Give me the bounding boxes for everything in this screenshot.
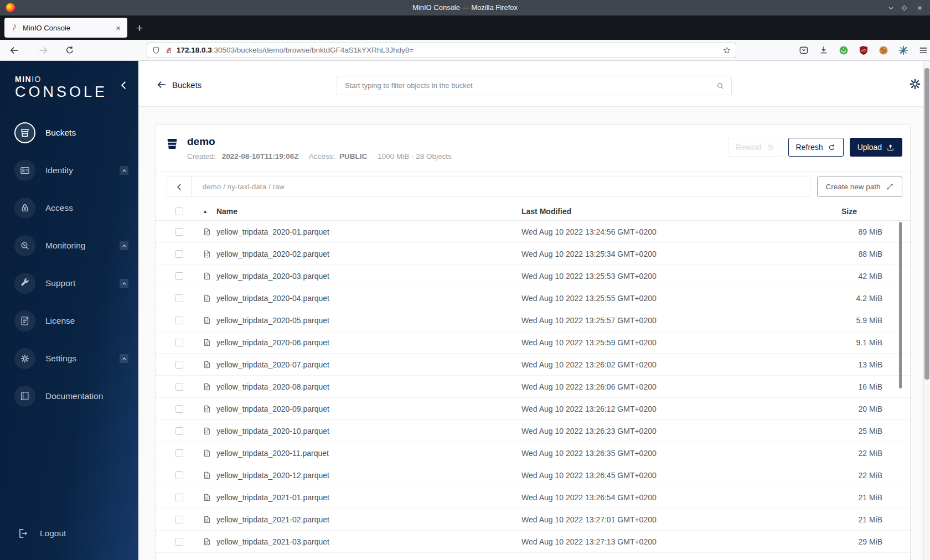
row-checkbox[interactable] xyxy=(175,494,183,501)
new-tab-button[interactable]: + xyxy=(136,22,143,34)
row-checkbox[interactable] xyxy=(175,383,183,391)
object-name: yellow_tripdata_2020-05.parquet xyxy=(216,316,329,325)
ublock-shield-icon[interactable]: uO xyxy=(857,44,870,57)
sidebar-item-buckets[interactable]: Buckets xyxy=(0,117,138,148)
table-row[interactable]: yellow_tripdata_2021-01.parquet Wed Aug … xyxy=(156,486,910,509)
object-rows: yellow_tripdata_2020-01.parquet Wed Aug … xyxy=(156,221,910,553)
asterisk-extension-icon[interactable] xyxy=(897,44,910,57)
table-row[interactable]: yellow_tripdata_2020-06.parquet Wed Aug … xyxy=(156,331,910,354)
page-scrollbar-track[interactable] xyxy=(923,61,930,560)
sidebar-item-access[interactable]: Access xyxy=(0,193,138,224)
select-all-cell xyxy=(167,208,191,215)
object-name-cell: yellow_tripdata_2020-11.parquet xyxy=(191,449,521,458)
buckets-icon xyxy=(14,122,35,143)
page-scrollbar-thumb[interactable] xyxy=(924,68,929,380)
chevron-up-icon[interactable] xyxy=(120,241,128,250)
parquet-file-icon xyxy=(203,515,211,524)
refresh-button[interactable]: Refresh xyxy=(788,138,844,157)
back-to-buckets-link[interactable]: Buckets xyxy=(156,79,202,90)
sidebar-item-label: License xyxy=(45,316,75,326)
row-checkbox[interactable] xyxy=(175,294,183,302)
table-row[interactable]: yellow_tripdata_2020-01.parquet Wed Aug … xyxy=(156,221,910,243)
row-checkbox[interactable] xyxy=(175,449,183,457)
pocket-icon[interactable] xyxy=(797,44,810,57)
extension-green-icon[interactable] xyxy=(837,44,850,57)
table-row[interactable]: yellow_tripdata_2020-02.parquet Wed Aug … xyxy=(156,243,910,265)
chevron-up-icon[interactable] xyxy=(120,166,128,175)
table-row[interactable]: yellow_tripdata_2020-03.parquet Wed Aug … xyxy=(156,265,910,287)
bookmark-star-icon[interactable] xyxy=(722,46,731,55)
table-scrollbar-thumb[interactable] xyxy=(899,222,902,388)
object-name-cell: yellow_tripdata_2021-01.parquet xyxy=(191,493,521,502)
object-last-modified: Wed Aug 10 2022 13:25:34 GMT+0200 xyxy=(521,250,805,258)
downloads-icon[interactable] xyxy=(817,44,830,57)
sidebar-item-monitoring[interactable]: Monitoring xyxy=(0,230,138,261)
sidebar-item-license[interactable]: License xyxy=(0,305,138,336)
insecure-lock-icon[interactable] xyxy=(164,46,173,55)
row-checkbox-cell xyxy=(167,250,191,258)
table-row[interactable]: yellow_tripdata_2020-08.parquet Wed Aug … xyxy=(156,376,910,398)
object-name: yellow_tripdata_2021-02.parquet xyxy=(216,515,329,524)
chevron-up-icon[interactable] xyxy=(120,279,128,288)
table-row[interactable]: yellow_tripdata_2020-09.parquet Wed Aug … xyxy=(156,398,910,420)
url-bar[interactable]: 172.18.0.3:30503/buckets/demo/browse/bnk… xyxy=(147,43,736,58)
table-row-partial[interactable] xyxy=(156,553,910,560)
parquet-file-icon xyxy=(203,272,211,281)
table-row[interactable]: yellow_tripdata_2021-02.parquet Wed Aug … xyxy=(156,509,910,531)
row-checkbox[interactable] xyxy=(175,516,183,523)
row-checkbox[interactable] xyxy=(175,405,183,413)
window-close-button[interactable] xyxy=(914,3,924,13)
browser-tab[interactable]: MinIO Console × xyxy=(4,18,127,38)
table-row[interactable]: yellow_tripdata_2021-03.parquet Wed Aug … xyxy=(156,531,910,553)
row-checkbox[interactable] xyxy=(175,471,183,479)
cookie-extension-icon[interactable] xyxy=(877,44,890,57)
select-all-checkbox[interactable] xyxy=(175,208,183,215)
sidebar-item-identity[interactable]: Identity xyxy=(0,155,138,186)
row-checkbox[interactable] xyxy=(175,361,183,369)
object-size: 22 MiB xyxy=(805,449,910,458)
sidebar-item-documentation[interactable]: Documentation xyxy=(0,381,138,412)
table-row[interactable]: yellow_tripdata_2020-11.parquet Wed Aug … xyxy=(156,442,910,464)
row-checkbox[interactable] xyxy=(175,272,183,280)
settings-gear-button[interactable] xyxy=(908,77,922,91)
upload-button[interactable]: Upload xyxy=(850,138,902,157)
row-checkbox[interactable] xyxy=(175,538,183,546)
row-checkbox[interactable] xyxy=(175,317,183,324)
forward-button[interactable] xyxy=(37,44,50,57)
row-checkbox[interactable] xyxy=(175,339,183,346)
back-button[interactable] xyxy=(8,44,21,57)
tracking-shield-icon[interactable] xyxy=(152,46,161,55)
rewind-button[interactable]: Rewind xyxy=(728,138,782,157)
sidebar-item-settings[interactable]: Settings xyxy=(0,343,138,374)
row-checkbox[interactable] xyxy=(175,250,183,258)
sidebar-collapse-icon[interactable] xyxy=(118,80,130,91)
reload-button[interactable] xyxy=(63,44,76,57)
menu-hamburger-icon[interactable] xyxy=(917,44,930,57)
create-new-path-button[interactable]: Create new path xyxy=(817,177,902,197)
table-row[interactable]: yellow_tripdata_2020-05.parquet Wed Aug … xyxy=(156,309,910,331)
back-link-label: Buckets xyxy=(172,80,202,90)
object-size: 42 MiB xyxy=(805,272,910,281)
table-row[interactable]: yellow_tripdata_2020-10.parquet Wed Aug … xyxy=(156,420,910,442)
path-back-chevron[interactable] xyxy=(167,177,192,196)
row-checkbox[interactable] xyxy=(175,427,183,435)
window-maximize-icon[interactable] xyxy=(899,3,909,13)
table-row[interactable]: yellow_tripdata_2020-04.parquet Wed Aug … xyxy=(156,287,910,309)
object-name-cell: yellow_tripdata_2020-01.parquet xyxy=(191,227,521,236)
window-shade-icon[interactable] xyxy=(886,3,896,13)
parquet-file-icon xyxy=(203,250,211,258)
chevron-up-icon[interactable] xyxy=(120,354,128,363)
table-row[interactable]: yellow_tripdata_2020-12.parquet Wed Aug … xyxy=(156,464,910,486)
row-checkbox-cell xyxy=(167,494,191,501)
row-checkbox[interactable] xyxy=(175,228,183,236)
sidebar-item-support[interactable]: Support xyxy=(0,268,138,299)
tab-close-button[interactable]: × xyxy=(115,23,122,33)
parquet-file-icon xyxy=(203,405,211,413)
table-row[interactable]: yellow_tripdata_2020-07.parquet Wed Aug … xyxy=(156,354,910,376)
name-header[interactable]: ▲ Name xyxy=(191,207,521,216)
access-label: Access: xyxy=(309,152,335,160)
object-name: yellow_tripdata_2020-01.parquet xyxy=(216,227,329,236)
sidebar-item-logout[interactable]: Logout xyxy=(0,521,138,546)
search-input[interactable] xyxy=(344,81,716,90)
object-name-cell: yellow_tripdata_2020-07.parquet xyxy=(191,360,521,369)
